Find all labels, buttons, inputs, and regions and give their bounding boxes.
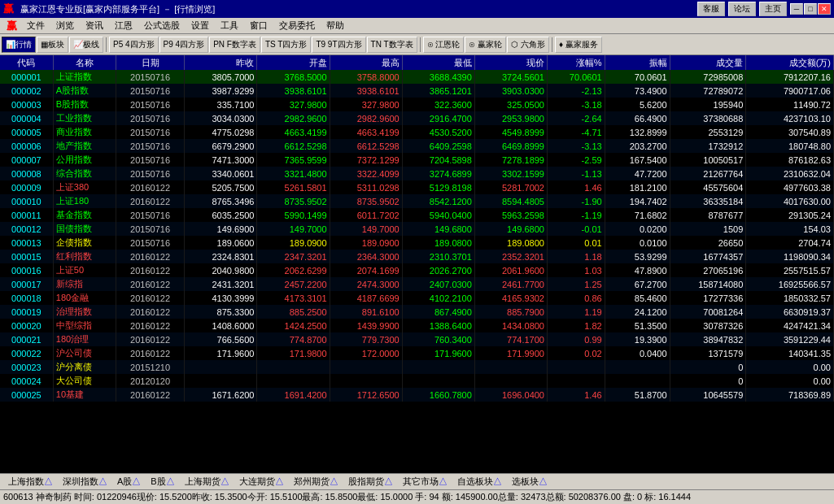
cell-prev: 335.7100 (185, 98, 257, 111)
toolbar-quotes[interactable]: 📊行情 (2, 37, 36, 53)
cell-amplitude (605, 360, 670, 374)
col-chg-pct: 涨幅% (547, 55, 605, 70)
col-volume: 成交量 (670, 55, 746, 70)
table-row[interactable]: 000003B股指数20150716335.7100327.9800327.98… (0, 98, 834, 111)
minimize-button[interactable]: ─ (790, 3, 803, 15)
forum-button[interactable]: 论坛 (728, 2, 756, 16)
tab-bshare[interactable]: B股△ (146, 475, 179, 489)
table-row[interactable]: 000010上证180201601228765.34968735.9502873… (0, 194, 834, 208)
window-controls: ─ □ ✕ (790, 3, 831, 15)
tab-ashare[interactable]: A股△ (112, 475, 146, 489)
title-bar: 赢 赢家江恩专业版[赢家内部服务平台] － [行情浏览] 客服 论坛 主页 ─ … (0, 0, 834, 18)
toolbar-kline[interactable]: 📈极线 (69, 37, 103, 53)
table-row[interactable]: 00002510基建201601221671.62001691.42001712… (0, 388, 834, 402)
home-button[interactable]: 主页 (759, 2, 787, 16)
cell-date: 20150716 (116, 111, 185, 125)
table-row[interactable]: 000017新综指201601222431.32012457.22002474.… (0, 277, 834, 291)
tab-select-block[interactable]: 选板块△ (507, 475, 552, 489)
cell-code: 000018 (0, 291, 53, 305)
cell-name: 沪分离债 (53, 360, 116, 374)
table-row[interactable]: 000007公用指数201507167471.30007365.95997372… (0, 153, 834, 167)
tab-index-futures[interactable]: 股指期货△ (343, 475, 398, 489)
cell-prev (185, 374, 257, 388)
cell-chg-pct: 1.18 (547, 250, 605, 263)
toolbar-p5[interactable]: P5 4四方形 (109, 37, 159, 53)
maximize-button[interactable]: □ (804, 3, 817, 15)
menu-file[interactable]: 文件 (22, 19, 50, 33)
menu-formula[interactable]: 公式选股 (139, 19, 185, 33)
cell-date: 20160122 (116, 180, 185, 194)
cell-date: 20150716 (116, 139, 185, 153)
cell-date: 20160122 (116, 277, 185, 291)
tab-shanghai[interactable]: 上海指数△ (3, 475, 58, 489)
menu-browse[interactable]: 浏览 (51, 19, 79, 33)
cell-current: 1696.0400 (474, 388, 547, 402)
tab-custom-block[interactable]: 自选板块△ (452, 475, 507, 489)
tab-dl-futures[interactable]: 大连期货△ (234, 475, 289, 489)
table-row[interactable]: 000016上证50201601222040.98002062.62992074… (0, 263, 834, 277)
toolbar-winner-wheel[interactable]: ⊙ 赢家轮 (465, 37, 506, 53)
menu-news[interactable]: 资讯 (81, 19, 108, 33)
toolbar-tn[interactable]: TN T数字表 (367, 37, 417, 53)
cell-volume: 72789072 (670, 84, 746, 98)
menu-jianen[interactable]: 江恩 (110, 19, 138, 33)
table-row[interactable]: 000020中型综指201601221408.60001424.25001439… (0, 319, 834, 332)
arrow-icon-6: △ (275, 476, 284, 486)
toolbar-p9[interactable]: P9 4四方形 (159, 37, 209, 53)
cell-prev: 7471.3000 (185, 153, 257, 167)
table-row[interactable]: 000015红利指数201601222324.83012347.32012364… (0, 250, 834, 263)
cell-code: 000023 (0, 360, 53, 374)
menu-trade[interactable]: 交易委托 (274, 19, 320, 33)
arrow-icon-10: △ (493, 476, 502, 486)
table-row[interactable]: 000008综合指数201507163340.06013321.48003322… (0, 167, 834, 180)
cell-high: 172.0000 (330, 346, 402, 360)
cell-name: 红利指数 (53, 250, 116, 263)
table-row[interactable]: 000018180金融201601224130.39994173.3101418… (0, 291, 834, 305)
cell-prev: 1408.6000 (185, 319, 257, 332)
menu-window[interactable]: 窗口 (245, 19, 273, 33)
tab-shenzhen[interactable]: 深圳指数△ (58, 475, 112, 489)
toolbar-hexagon[interactable]: ⬡ 六角形 (507, 37, 549, 53)
toolbar-jiangen-wheel[interactable]: ⊙ 江恩轮 (423, 37, 465, 53)
menu-settings[interactable]: 设置 (186, 19, 214, 33)
cell-chg-pct: 1.46 (547, 388, 605, 402)
menu-help[interactable]: 帮助 (321, 19, 349, 33)
table-row[interactable]: 000012国债指数20150716149.6900149.7000149.70… (0, 222, 834, 236)
tab-zz-futures[interactable]: 郑州期货△ (289, 475, 343, 489)
cell-high: 4663.4199 (330, 125, 402, 139)
service-button[interactable]: 客服 (697, 2, 725, 16)
table-row[interactable]: 000023沪分离债2015121000.00 (0, 360, 834, 374)
cell-chg-pct: 1.03 (547, 263, 605, 277)
menu-tools[interactable]: 工具 (216, 19, 243, 33)
table-row[interactable]: 000001上证指数201507163805.70003768.50003758… (0, 70, 834, 84)
table-row[interactable]: 000019治理指数20160122875.3300885.2500891.61… (0, 305, 834, 319)
toolbar-ts[interactable]: TS T四方形 (261, 37, 311, 53)
cell-amount: 1850332.57 (746, 291, 834, 305)
table-row[interactable]: 000011基金指数201507166035.25005990.14996011… (0, 208, 834, 222)
toolbar-winner-service[interactable]: ♦ 赢家服务 (555, 37, 602, 53)
arrow-icon-11: △ (539, 476, 548, 486)
cell-name: 国债指数 (53, 222, 116, 236)
toolbar-blocks[interactable]: ▦板块 (37, 37, 68, 53)
cell-open: 774.8700 (257, 332, 330, 346)
cell-low: 5940.0400 (402, 208, 474, 222)
cell-date: 20120120 (116, 374, 185, 388)
table-row[interactable]: 000004工业指数201507163034.03002982.96002982… (0, 111, 834, 125)
table-row[interactable]: 000002A股指数201507163987.92993938.61013938… (0, 84, 834, 98)
tab-sh-futures[interactable]: 上海期货△ (180, 475, 234, 489)
cell-code: 000024 (0, 374, 53, 388)
tab-other-market[interactable]: 其它市场△ (398, 475, 452, 489)
table-row[interactable]: 000009上证380201601225205.75005261.5801531… (0, 180, 834, 194)
toolbar-pn[interactable]: PN F数字表 (209, 37, 260, 53)
cell-code: 000005 (0, 125, 53, 139)
table-row[interactable]: 000006地产指数201507166679.29006612.52986612… (0, 139, 834, 153)
table-row[interactable]: 000013企债指数20150716189.0600189.0900189.09… (0, 236, 834, 250)
cell-chg-pct: -2.59 (547, 153, 605, 167)
table-row[interactable]: 000024大公司债2012012000.00 (0, 374, 834, 388)
close-button[interactable]: ✕ (818, 3, 831, 15)
toolbar-t9[interactable]: T9 9T四方形 (312, 37, 365, 53)
table-row[interactable]: 000022沪公司债20160122171.9600171.9800172.00… (0, 346, 834, 360)
cell-amount: 4247421.34 (746, 319, 834, 332)
table-row[interactable]: 000005商业指数201507164775.02984663.41994663… (0, 125, 834, 139)
table-row[interactable]: 000021180治理20160122766.5600774.8700779.7… (0, 332, 834, 346)
